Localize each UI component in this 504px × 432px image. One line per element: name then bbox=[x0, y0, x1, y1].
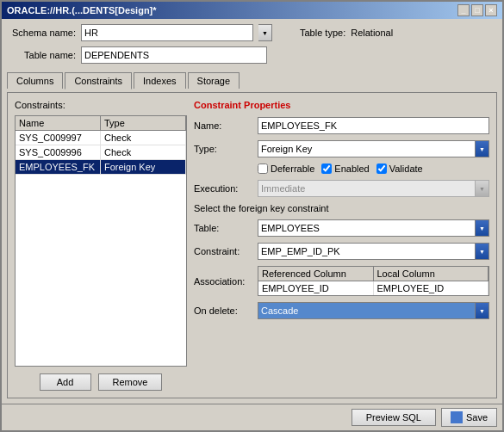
checkbox-row: Deferrable Enabled Validate bbox=[258, 164, 489, 174]
validate-checkbox-item: Validate bbox=[376, 164, 423, 174]
remove-button[interactable]: Remove bbox=[98, 373, 163, 391]
title-bar: ORACLE://HR.(...DENTS[Design]* _ □ × bbox=[2, 2, 502, 19]
main-window: ORACLE://HR.(...DENTS[Design]* _ □ × Sch… bbox=[0, 0, 504, 432]
enabled-checkbox[interactable] bbox=[321, 164, 332, 174]
window-title: ORACLE://HR.(...DENTS[Design]* bbox=[7, 5, 157, 15]
assoc-col-ref: Referenced Column bbox=[258, 267, 374, 281]
assoc-col-local: Local Column bbox=[374, 267, 489, 281]
prop-table-row: Table: ▼ bbox=[194, 219, 489, 237]
deferrable-checkbox[interactable] bbox=[258, 164, 268, 174]
prop-on-delete-row: On delete: ▼ bbox=[194, 302, 489, 319]
deferrable-checkbox-item: Deferrable bbox=[258, 164, 314, 174]
prop-constraint-container: ▼ bbox=[258, 243, 489, 260]
add-button[interactable]: Add bbox=[40, 373, 91, 391]
exec-dropdown-btn: ▼ bbox=[476, 180, 489, 197]
constraints-label: Constraints: bbox=[15, 100, 187, 110]
col-header-name: Name bbox=[16, 116, 101, 130]
prop-type-label: Type: bbox=[194, 144, 254, 154]
save-label: Save bbox=[466, 412, 488, 423]
prop-type-dropdown-btn[interactable]: ▼ bbox=[476, 140, 489, 157]
prop-table-label: Table: bbox=[194, 223, 254, 233]
prop-name-row: Name: bbox=[194, 117, 489, 134]
title-bar-buttons: _ □ × bbox=[457, 4, 497, 16]
prop-name-input[interactable] bbox=[258, 117, 489, 134]
prop-on-delete-label: On delete: bbox=[194, 305, 254, 316]
row-name: SYS_C009997 bbox=[16, 131, 101, 145]
prop-constraint-row: Constraint: ▼ bbox=[194, 243, 489, 260]
constraints-table-header: Name Type bbox=[16, 116, 186, 131]
minimize-button[interactable]: _ bbox=[457, 4, 470, 16]
save-button[interactable]: Save bbox=[441, 408, 497, 427]
prop-table-container: ▼ bbox=[258, 219, 489, 237]
table-name-label: Table name: bbox=[7, 50, 76, 60]
assoc-table: Referenced Column Local Column EMPLOYEE_… bbox=[258, 266, 489, 296]
deferrable-label: Deferrable bbox=[271, 164, 314, 174]
tab-storage[interactable]: Storage bbox=[188, 72, 240, 89]
table-type-value: Relational bbox=[351, 28, 393, 38]
schema-input[interactable] bbox=[81, 24, 253, 41]
content-area: Schema name: ▼ Table type: Relational Ta… bbox=[2, 19, 502, 404]
row-name: EMPLOYEES_FK bbox=[16, 160, 101, 174]
constraints-table: Name Type SYS_C009997 Check SYS_C009996 … bbox=[15, 115, 187, 367]
prop-constraint-label: Constraint: bbox=[194, 246, 254, 256]
table-row[interactable]: SYS_C009997 Check bbox=[16, 131, 186, 145]
assoc-ref-cell: EMPLOYEE_ID bbox=[258, 281, 374, 295]
save-icon bbox=[451, 411, 463, 423]
prop-table-input[interactable] bbox=[258, 219, 476, 237]
prop-type-container: ▼ bbox=[258, 140, 489, 157]
on-delete-select: ▼ bbox=[258, 302, 489, 319]
prop-assoc-label: Association: bbox=[194, 276, 254, 287]
enabled-checkbox-item: Enabled bbox=[321, 164, 369, 174]
table-row[interactable]: EMPLOYEES_FK Foreign Key bbox=[16, 160, 186, 175]
table-type-label: Table type: bbox=[300, 28, 345, 38]
schema-row: Schema name: ▼ Table type: Relational bbox=[7, 24, 497, 41]
prop-constraint-dropdown-btn[interactable]: ▼ bbox=[476, 243, 489, 260]
main-panel: Constraints: Name Type SYS_C009997 Check… bbox=[7, 92, 497, 398]
section-title: Constraint Properties bbox=[194, 100, 489, 110]
left-buttons: Add Remove bbox=[15, 373, 187, 391]
fk-constraint-label: Select the foreign key constraint bbox=[194, 203, 489, 213]
prop-name-label: Name: bbox=[194, 120, 254, 131]
assoc-local-cell: EMPLOYEE_ID bbox=[374, 281, 489, 295]
row-name: SYS_C009996 bbox=[16, 145, 101, 159]
tab-columns[interactable]: Columns bbox=[7, 72, 63, 89]
row-type: Check bbox=[101, 131, 186, 145]
assoc-header: Referenced Column Local Column bbox=[258, 267, 488, 281]
close-button[interactable]: × bbox=[485, 4, 497, 16]
row-type: Check bbox=[101, 145, 186, 159]
left-panel: Constraints: Name Type SYS_C009997 Check… bbox=[15, 100, 187, 391]
prop-table-dropdown-btn[interactable]: ▼ bbox=[476, 219, 489, 237]
prop-constraint-input[interactable] bbox=[258, 243, 476, 260]
exec-select-container: ▼ bbox=[258, 180, 489, 197]
assoc-table-row[interactable]: EMPLOYEE_ID EMPLOYEE_ID bbox=[258, 281, 488, 295]
maximize-button[interactable]: □ bbox=[471, 4, 483, 16]
validate-label: Validate bbox=[389, 164, 423, 174]
schema-dropdown-btn[interactable]: ▼ bbox=[258, 24, 272, 41]
bottom-bar: Preview SQL Save bbox=[2, 404, 502, 430]
tab-bar: Columns Constraints Indexes Storage bbox=[7, 72, 497, 89]
tab-indexes[interactable]: Indexes bbox=[134, 72, 186, 89]
prop-execution-label: Execution: bbox=[194, 183, 254, 194]
right-panel: Constraint Properties Name: Type: ▼ bbox=[194, 100, 489, 391]
col-header-type: Type bbox=[101, 116, 186, 130]
prop-type-row: Type: ▼ bbox=[194, 140, 489, 157]
validate-checkbox[interactable] bbox=[376, 164, 387, 174]
row-type: Foreign Key bbox=[101, 160, 186, 174]
exec-input bbox=[258, 180, 476, 197]
prop-execution-row: Execution: ▼ bbox=[194, 180, 489, 197]
on-delete-input[interactable] bbox=[258, 302, 476, 319]
table-name-input[interactable] bbox=[81, 46, 267, 64]
table-name-row: Table name: bbox=[7, 46, 497, 64]
on-delete-dropdown-btn[interactable]: ▼ bbox=[476, 302, 489, 319]
table-row[interactable]: SYS_C009996 Check bbox=[16, 145, 186, 160]
enabled-label: Enabled bbox=[334, 164, 369, 174]
schema-label: Schema name: bbox=[7, 28, 76, 38]
tab-constraints[interactable]: Constraints bbox=[65, 72, 132, 89]
preview-sql-button[interactable]: Preview SQL bbox=[352, 409, 436, 426]
prop-type-input[interactable] bbox=[258, 140, 476, 157]
prop-assoc-row: Association: Referenced Column Local Col… bbox=[194, 266, 489, 296]
